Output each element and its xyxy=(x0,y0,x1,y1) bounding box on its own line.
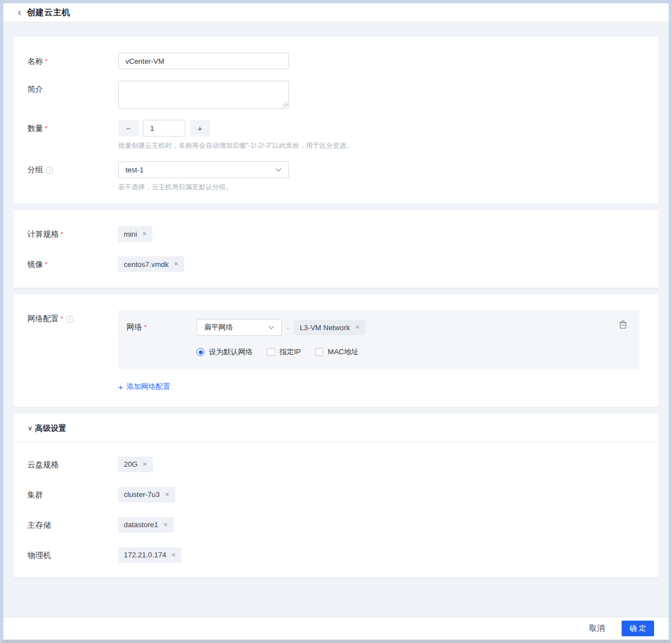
group-label: 分组i xyxy=(27,161,118,175)
compute-spec-tag-text: mini xyxy=(124,230,137,238)
page-body: 名称* 简介 数量* xyxy=(3,22,669,617)
spec-card: 计算规格* mini ✕ 镜像* centos7.vmdk ✕ xyxy=(13,210,659,288)
network-type-select[interactable]: 扁平网络 xyxy=(197,319,282,336)
primary-storage-label-text: 主存储 xyxy=(27,520,51,529)
cluster-tag-text: cluster-7u3 xyxy=(124,490,160,499)
network-type-value: 扁平网络 xyxy=(204,322,233,332)
network-config-panel: 网络* 扁平网络 - L3-VM Network ✕ xyxy=(118,310,640,369)
group-row: 分组i test-1 若不选择，云主机将归属至默认分组。 xyxy=(27,161,645,191)
name-label: 名称* xyxy=(27,53,118,67)
advanced-settings-toggle[interactable]: ∨ 高级设置 xyxy=(27,424,645,434)
required-mark: * xyxy=(144,323,147,331)
quantity-help-text: 批量创建云主机时，名称将会自动增加后缀"-1/-2/-3"以此类推，用于区分资源… xyxy=(118,141,645,150)
chevron-down-icon xyxy=(276,168,282,172)
chevron-down-icon xyxy=(268,326,274,330)
cluster-label-text: 集群 xyxy=(27,490,43,499)
cluster-label: 集群 xyxy=(27,487,118,500)
required-mark: * xyxy=(45,57,48,65)
disk-spec-tag[interactable]: 20G ✕ xyxy=(118,457,153,472)
basic-info-card: 名称* 简介 数量* xyxy=(13,37,659,204)
primary-storage-row: 主存储 datastore1 ✕ xyxy=(27,517,645,533)
back-icon[interactable]: ‹ xyxy=(18,7,21,17)
network-config-label: 网络配置*i xyxy=(27,310,118,324)
cluster-row: 集群 cluster-7u3 ✕ xyxy=(27,487,645,503)
quantity-row: 数量* − + 批量创建云主机时，名称将会自动增加后缀"-1/-2/-3"以此类… xyxy=(27,120,645,150)
separator: - xyxy=(287,323,289,332)
image-row: 镜像* centos7.vmdk ✕ xyxy=(27,256,645,272)
quantity-decrement-button[interactable]: − xyxy=(118,120,138,137)
add-network-config-label: 添加网络配置 xyxy=(127,382,170,392)
network-select-row: 网络* 扁平网络 - L3-VM Network ✕ xyxy=(127,319,631,336)
name-field[interactable] xyxy=(118,53,289,69)
network-label: 网络* xyxy=(127,319,197,332)
create-vm-page: ‹ 创建云主机 名称* 简介 xyxy=(0,0,672,643)
physical-host-tag[interactable]: 172.21.0.174 ✕ xyxy=(118,547,181,563)
description-row: 简介 xyxy=(27,81,645,109)
physical-host-row: 物理机 172.21.0.174 ✕ xyxy=(27,547,645,563)
cluster-tag[interactable]: cluster-7u3 ✕ xyxy=(118,487,175,503)
radio-dot xyxy=(199,350,203,354)
quantity-input[interactable] xyxy=(143,120,185,137)
info-icon[interactable]: i xyxy=(46,167,53,174)
disk-spec-row: 云盘规格 20G ✕ xyxy=(27,457,645,472)
mac-address-label[interactable]: MAC地址 xyxy=(328,347,358,357)
close-icon[interactable]: ✕ xyxy=(355,325,360,330)
add-network-config-link[interactable]: + 添加网络配置 xyxy=(118,382,170,392)
required-mark: * xyxy=(45,260,48,269)
network-card: 网络配置*i 网络* 扁平网络 xyxy=(13,294,659,407)
advanced-settings-title: 高级设置 xyxy=(35,424,67,434)
primary-storage-tag-text: datastore1 xyxy=(124,520,158,529)
required-mark: * xyxy=(60,315,63,323)
disk-spec-label: 云盘规格 xyxy=(27,457,118,470)
network-config-row: 网络配置*i 网络* 扁平网络 xyxy=(27,310,645,392)
group-help-text: 若不选择，云主机将归属至默认分组。 xyxy=(118,182,645,191)
disk-spec-label-text: 云盘规格 xyxy=(27,460,59,469)
specify-ip-checkbox[interactable] xyxy=(267,348,275,356)
specify-ip-label[interactable]: 指定IP xyxy=(279,347,301,357)
close-icon[interactable]: ✕ xyxy=(143,462,147,467)
close-icon[interactable]: ✕ xyxy=(174,261,178,267)
description-label-text: 简介 xyxy=(27,85,43,93)
group-label-text: 分组 xyxy=(27,165,43,174)
name-row: 名称* xyxy=(27,53,645,69)
network-tag-text: L3-VM Network xyxy=(300,323,350,332)
confirm-button[interactable]: 确 定 xyxy=(622,621,654,636)
compute-spec-tag[interactable]: mini ✕ xyxy=(118,226,152,242)
quantity-label-text: 数量 xyxy=(27,124,43,133)
image-tag-text: centos7.vmdk xyxy=(124,260,169,269)
cancel-button[interactable]: 取消 xyxy=(585,621,609,636)
default-network-radio[interactable] xyxy=(197,348,204,356)
mac-address-checkbox[interactable] xyxy=(315,348,323,356)
default-network-label[interactable]: 设为默认网络 xyxy=(209,347,253,357)
description-field[interactable] xyxy=(118,81,289,109)
page-title: 创建云主机 xyxy=(27,7,71,18)
compute-spec-row: 计算规格* mini ✕ xyxy=(27,226,645,242)
compute-spec-label-text: 计算规格 xyxy=(27,229,59,238)
delete-network-config-button[interactable] xyxy=(619,320,627,329)
primary-storage-tag[interactable]: datastore1 ✕ xyxy=(118,517,174,533)
primary-storage-label: 主存储 xyxy=(27,517,118,530)
divider xyxy=(13,442,659,443)
info-icon[interactable]: i xyxy=(66,316,73,323)
network-options-row: 设为默认网络 指定IP MAC地址 xyxy=(197,347,631,357)
page-header: ‹ 创建云主机 xyxy=(3,3,669,22)
close-icon[interactable]: ✕ xyxy=(165,492,169,497)
close-icon[interactable]: ✕ xyxy=(142,231,147,237)
chevron-down-icon: ∨ xyxy=(27,425,33,432)
compute-spec-label: 计算规格* xyxy=(27,226,118,240)
disk-spec-tag-text: 20G xyxy=(124,460,138,468)
close-icon[interactable]: ✕ xyxy=(163,522,167,528)
required-mark: * xyxy=(60,230,63,238)
required-mark: * xyxy=(45,124,48,133)
advanced-settings-card: ∨ 高级设置 云盘规格 20G ✕ 集群 xyxy=(13,414,659,578)
image-tag[interactable]: centos7.vmdk ✕ xyxy=(118,256,184,272)
network-config-label-text: 网络配置 xyxy=(27,314,59,323)
plus-icon: + xyxy=(118,383,123,391)
close-icon[interactable]: ✕ xyxy=(171,552,176,558)
group-select[interactable]: test-1 xyxy=(118,161,289,178)
network-tag[interactable]: L3-VM Network ✕ xyxy=(294,320,365,335)
trash-icon xyxy=(619,320,627,329)
quantity-increment-button[interactable]: + xyxy=(190,120,210,137)
physical-host-tag-text: 172.21.0.174 xyxy=(124,551,166,559)
image-label: 镜像* xyxy=(27,256,118,270)
